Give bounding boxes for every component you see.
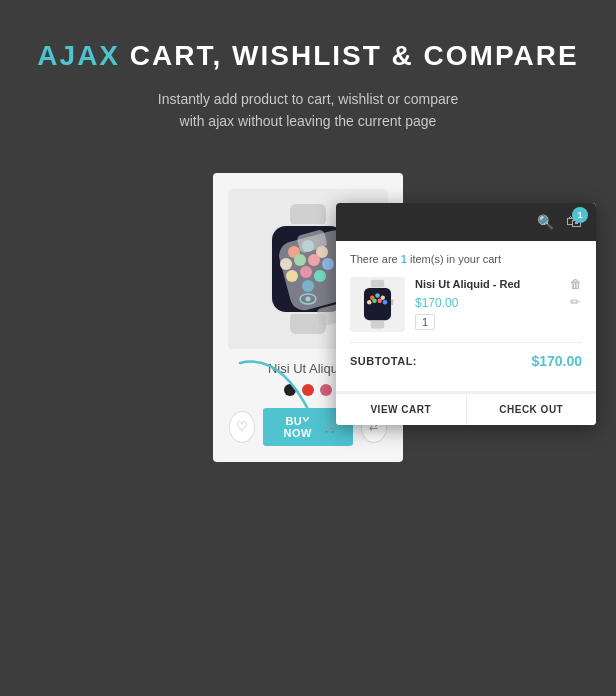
page-title: AJAX CART, WISHLIST & COMPARE (37, 40, 578, 72)
delete-icon[interactable]: 🗑 (570, 277, 582, 291)
svg-point-32 (383, 300, 388, 305)
header-section: AJAX CART, WISHLIST & COMPARE Instantly … (17, 0, 598, 143)
arrow-container (230, 353, 330, 437)
cart-item-image (350, 277, 405, 332)
cart-icon-wrapper[interactable]: 🛍 1 (566, 213, 582, 231)
svg-rect-23 (371, 320, 385, 328)
svg-rect-33 (391, 299, 393, 305)
curved-arrow-svg (230, 353, 330, 433)
cart-popup: 🔍 🛍 1 There are 1 item(s) in your cart (336, 203, 596, 425)
cart-item: Nisi Ut Aliquid - Red $170.00 1 🗑 ✏ (350, 277, 582, 332)
cart-subtotal: SUBTOTAL: $170.00 (350, 342, 582, 369)
cart-item-price: $170.00 (415, 296, 582, 310)
main-container: AJAX CART, WISHLIST & COMPARE Instantly … (0, 0, 616, 696)
checkout-button[interactable]: CHECK OUT (467, 392, 597, 425)
title-rest: CART, WISHLIST & COMPARE (120, 40, 579, 71)
cart-popup-footer: VIEW CART CHECK OUT (336, 391, 596, 425)
cart-badge: 1 (572, 207, 588, 223)
svg-point-29 (367, 300, 372, 305)
edit-icon[interactable]: ✏ (570, 295, 582, 309)
subtotal-label: SUBTOTAL: (350, 355, 417, 367)
svg-point-27 (375, 293, 380, 298)
cart-item-info: Nisi Ut Aliquid - Red $170.00 1 (415, 277, 582, 330)
search-icon[interactable]: 🔍 (537, 214, 554, 230)
cart-item-actions: 🗑 ✏ (570, 277, 582, 309)
subtotal-value: $170.00 (531, 353, 582, 369)
cart-popup-body: There are 1 item(s) in your cart (336, 241, 596, 381)
svg-rect-0 (290, 204, 326, 226)
view-cart-button[interactable]: VIEW CART (336, 392, 467, 425)
cart-popup-header: 🔍 🛍 1 (336, 203, 596, 241)
svg-point-30 (372, 299, 377, 304)
cart-notice: There are 1 item(s) in your cart (350, 253, 582, 265)
cart-item-watch-image (355, 279, 400, 329)
page-subtitle: Instantly add product to cart, wishlist … (37, 88, 578, 133)
svg-rect-22 (371, 280, 385, 288)
content-area: Nisi Ut Aliquid ♡ BUY NOW 🛒 ⇄ (0, 143, 616, 696)
cart-item-qty: 1 (415, 314, 582, 330)
cart-qty-box: 1 (415, 314, 435, 330)
svg-point-31 (378, 299, 383, 304)
cart-item-name: Nisi Ut Aliquid - Red (415, 277, 582, 292)
ajax-highlight: AJAX (37, 40, 120, 71)
